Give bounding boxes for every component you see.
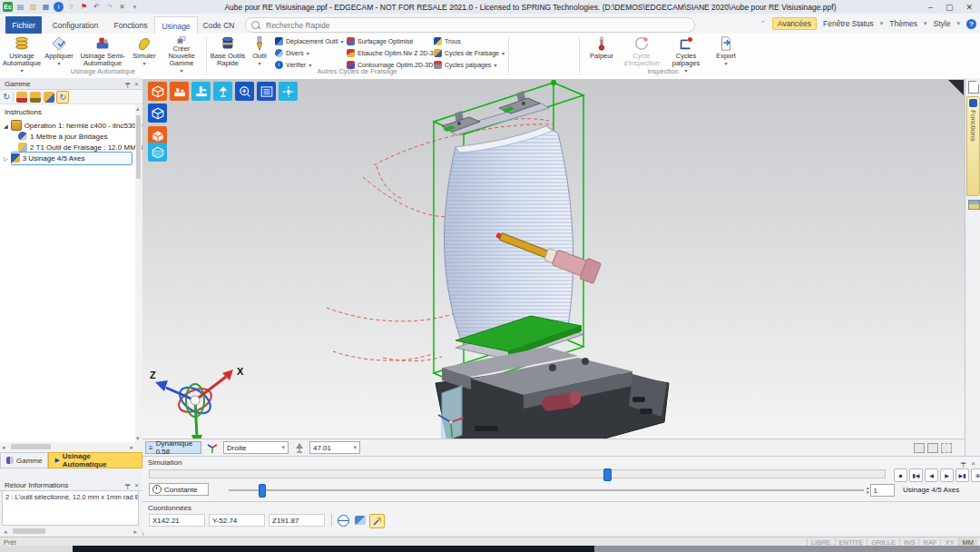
world-coords-icon[interactable] (337, 514, 350, 527)
coordinate-y-field[interactable]: Y-52.74 (209, 514, 265, 527)
expanded-icon[interactable]: ◢ (4, 123, 8, 129)
menu-fenetre-status[interactable]: Fenêtre Status (823, 19, 874, 28)
wire-cube-icon[interactable] (148, 143, 167, 162)
new-file-icon[interactable]: ▤ (15, 2, 25, 12)
shaded-cube-icon[interactable] (148, 104, 167, 123)
tab-usinage[interactable]: Usinage (154, 16, 198, 34)
collapse-ribbon-icon[interactable]: ⌃ (760, 20, 766, 27)
tab-fonctions-vertical[interactable]: Fonctions (966, 96, 980, 196)
deplacement-outil-button[interactable]: Déplacement Outil▾ (275, 36, 344, 45)
constante-button[interactable]: Constante (149, 483, 209, 496)
document-icon[interactable] (968, 81, 979, 94)
surfacage-optimise-button[interactable]: Surfaçage Optimisé (347, 36, 438, 45)
tree-item-bridages[interactable]: 1 Mettre à jour Bridages (18, 132, 107, 141)
minimize-button[interactable]: – (928, 3, 933, 12)
usinage-45-axes-icon (11, 153, 20, 163)
close-button[interactable]: ✕ (965, 3, 973, 12)
stop-button[interactable]: ■ (894, 468, 907, 482)
maximize-button[interactable]: ▢ (946, 3, 954, 12)
quick-search[interactable] (245, 17, 695, 33)
simulation-progress-thumb[interactable] (603, 468, 612, 481)
step-spinner[interactable]: ▴▾ 1 (867, 484, 895, 497)
right-tab-strip: Fonctions (965, 78, 980, 456)
redo-icon[interactable]: ↷ (104, 2, 114, 12)
gamme-panel-header: Gamme ┯ × (0, 78, 142, 90)
tab-usinage-automatique-bottom[interactable]: ▶ Usinage Automatique (48, 452, 142, 468)
help-select-icon[interactable]: ? (66, 2, 76, 12)
delete-icon[interactable]: ✕ (117, 2, 127, 12)
outil-icon (250, 35, 269, 52)
viewport-3d[interactable]: X Z Y (142, 78, 965, 439)
open-file-icon[interactable]: ▨ (28, 2, 38, 12)
machine-bed-icon[interactable] (170, 82, 189, 101)
creer-nouvelle-gamme-icon (172, 35, 191, 44)
flag-icon[interactable]: ⚑ (79, 2, 89, 12)
feedback-message: 2 : L'outil sélectionné, 12.0 mm x 1mm r… (2, 490, 139, 526)
tab-fonctions[interactable]: Fonctions (109, 16, 152, 34)
simulation-progress-track[interactable] (149, 469, 886, 478)
instructions-tree[interactable]: Instructions ◢ Opération 1: hermle c400 … (0, 104, 135, 442)
tree-vertical-scrollbar[interactable]: ▴ ▾ (135, 104, 142, 442)
search-input[interactable] (264, 20, 449, 31)
coordinate-z-field[interactable]: Z191.87 (269, 514, 325, 527)
close-icon[interactable]: × (134, 78, 139, 90)
window-icon[interactable] (968, 200, 980, 210)
trous-button[interactable]: Trous (434, 36, 505, 45)
help-icon[interactable]: ? (966, 19, 976, 29)
expand-view-icon[interactable] (941, 443, 952, 453)
axes-cross-icon[interactable] (279, 82, 298, 101)
solid-view-icon[interactable] (148, 82, 167, 101)
tab-configuration[interactable]: Configuration (44, 16, 107, 34)
speed-slider-thumb[interactable] (259, 484, 266, 498)
tab-gamme-bottom[interactable]: Gamme (0, 452, 48, 468)
work-plane (438, 386, 464, 439)
ebauche-optim-button[interactable]: Ebauche Optim.Niv Z 2D-3D (347, 48, 438, 57)
dynamique-button[interactable]: ≡ Dynamique 0.58 (145, 441, 201, 454)
qat-more-icon[interactable]: ▾ (130, 2, 140, 12)
auto-refresh-icon[interactable]: ↻ (57, 92, 68, 103)
feedback-horizontal-scrollbar[interactable]: ◂ ▸ (2, 527, 139, 536)
menu-themes[interactable]: Thèmes (889, 19, 917, 28)
milestone-icon[interactable] (30, 92, 41, 103)
go-to-end-button[interactable]: ▶▮ (956, 468, 969, 482)
menu-avancees[interactable]: Avancées (772, 17, 817, 30)
refresh-icon[interactable]: ↻ (3, 92, 10, 102)
tree-item-usinage-45-axes[interactable]: ▷ 3 Usinage 4/5 Axes (4, 153, 85, 163)
go-to-start-button[interactable]: ▮◀ (909, 468, 923, 482)
title-bar: Ec ▤ ▨ ▦ i ? ⚑ ↶ ↷ ✕ ▾ Aube pour RE Visi… (0, 0, 980, 15)
cycles-fraisage-icon (434, 49, 442, 57)
undo-icon[interactable]: ↶ (92, 2, 102, 12)
play-backward-button[interactable]: ◀ (925, 468, 938, 482)
collapsed-icon[interactable]: ▷ (4, 155, 8, 162)
group-label-autres-cycles: Autres Cycles de Fraisage (206, 67, 508, 75)
cycles-fraisage-button[interactable]: Cycles de Fraisage▾ (434, 48, 505, 57)
speed-slider-track[interactable] (229, 489, 864, 491)
menu-style[interactable]: Style (934, 19, 951, 28)
coordinate-x-field[interactable]: X142.21 (149, 514, 205, 527)
sequence-icon[interactable] (16, 92, 27, 103)
screen-coords-icon[interactable] (353, 514, 367, 527)
split-view-icon[interactable] (927, 443, 938, 453)
tab-code-cn[interactable]: Code CN (198, 16, 240, 34)
tab-fichier[interactable]: Fichier (5, 16, 42, 34)
zoom-sim-button[interactable]: ⊕ (971, 468, 980, 482)
simulation-mode-label: Usinage 4/5 Axes (903, 486, 959, 494)
zoom-view-icon[interactable] (235, 82, 254, 101)
dynamic-coords-icon[interactable] (369, 514, 385, 528)
cycle-list-icon[interactable] (44, 92, 54, 103)
list-view-icon[interactable] (257, 82, 276, 101)
step-spinner-value[interactable]: 1 (870, 484, 895, 497)
pin-icon[interactable]: ┯ (125, 78, 130, 90)
view-select[interactable]: Droite ▾ (223, 441, 289, 454)
edgecam-logo-icon: Ec (3, 2, 13, 12)
play-button[interactable]: ▶ (940, 468, 954, 482)
single-view-icon[interactable] (914, 443, 925, 453)
lamp-icon[interactable] (213, 82, 232, 101)
info-icon[interactable]: i (54, 2, 64, 12)
viewport-corner-widget[interactable] (948, 80, 964, 95)
angle-combo[interactable]: 47.01 ▾ (309, 441, 360, 454)
tree-horizontal-scrollbar[interactable]: ◂ ▸ (0, 442, 135, 451)
machine-sim-icon[interactable] (191, 82, 211, 101)
save-icon[interactable]: ▦ (41, 2, 51, 12)
divers-button[interactable]: Divers▾ (275, 48, 344, 57)
